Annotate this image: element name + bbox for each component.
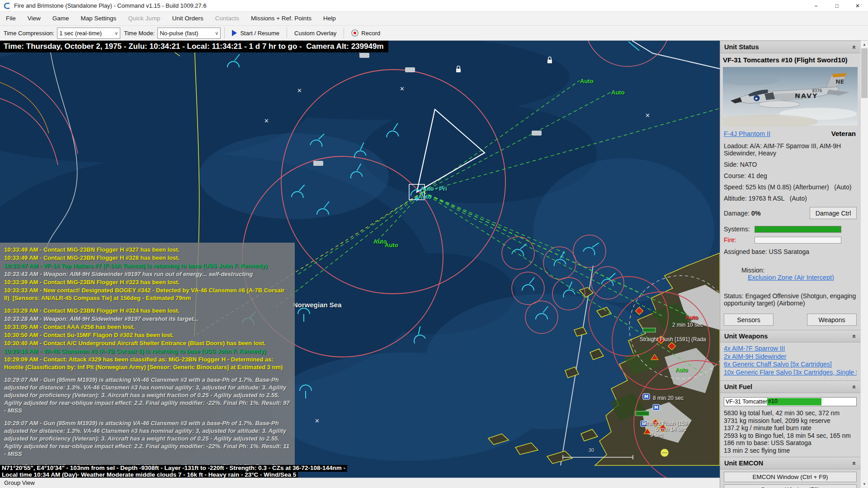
aircraft-type-link[interactable]: F-4J Phantom II: [724, 130, 770, 137]
time-compression-label: Time Compression:: [4, 30, 54, 37]
log-message: 10:29:09 AM - Contact: Attack #329 has b…: [4, 356, 291, 371]
fuel-detail-line: 3731 kg mission fuel, 2099 kg reserve: [724, 417, 857, 425]
map-area[interactable]: ✕✕✕ ✕✕: [0, 41, 720, 488]
unit-emcon-header-label: Unit EMCON: [724, 460, 763, 467]
unit-weapons-header[interactable]: Unit Weapons «: [720, 330, 860, 343]
collapse-icon[interactable]: «: [850, 385, 858, 389]
svg-text:M: M: [644, 394, 648, 399]
course-text: Course: 41 deg: [720, 172, 860, 179]
menu-bar: FileViewGameMap SettingsQuick JumpUnit O…: [0, 12, 868, 25]
scroll-up-icon[interactable]: ▲: [861, 41, 868, 48]
speed-text: Speed: 525 kts (M 0.85) (Afterburner) (A…: [720, 183, 860, 191]
log-message: 10:29:16 AM - VA-46 Clansmen #3 (A-7B Co…: [4, 347, 291, 355]
log-message: 10:33:49 AM - Contact MiG-23BN Flogger H…: [4, 246, 291, 253]
log-message: 10:29:07 AM - Gun (85mm M1939) is attack…: [4, 376, 291, 414]
svg-text:★: ★: [755, 96, 758, 101]
svg-text:8376: 8376: [812, 89, 822, 93]
app-window: Fire and Brimstone (Standalone Play) - C…: [0, 0, 868, 488]
fuel-details: 5830 kg total fuel, 42 min 30 sec, 372 n…: [720, 408, 860, 457]
unit-weapons-header-label: Unit Weapons: [724, 333, 768, 340]
svg-text:NE: NE: [835, 78, 844, 85]
app-icon: [4, 2, 11, 9]
start-resume-label: Start / Resume: [240, 30, 279, 37]
log-message: 10:33:39 AM - Contact MiG-23BN Flogger H…: [4, 278, 291, 286]
systems-label: Systems:: [724, 225, 755, 233]
log-message: 10:31:05 AM - Contact AAA #258 has been …: [4, 323, 291, 331]
menu-file[interactable]: File: [0, 12, 22, 25]
svg-text:M: M: [642, 422, 646, 426]
weapon-link[interactable]: 10x Generic Flare Salvo [3x Cartridges, …: [724, 369, 857, 377]
mission-label: Mission:: [741, 267, 764, 274]
map-status-bar: N71°20'55", E4°10'34" - 103nm from sel -…: [0, 465, 347, 478]
damage-ctrl-button[interactable]: Damage Ctrl: [810, 207, 857, 219]
collapse-icon[interactable]: «: [850, 461, 858, 465]
toolbar-separator: [287, 28, 287, 38]
weapon-link[interactable]: 2x AIM-9H Sidewinder: [724, 353, 857, 361]
scroll-down-icon[interactable]: ▼: [861, 480, 868, 488]
status-line-weather: Local time 10:34 AM (Day)- Weather Moder…: [0, 472, 298, 479]
time-banner: Time: Thursday, October 2, 1975 - Zulu: …: [0, 41, 388, 52]
emcon-window-button[interactable]: EMCON Window (Ctrl + F9): [724, 472, 857, 482]
damage-value: 0%: [751, 210, 761, 217]
menu-contacts: Contacts: [209, 12, 245, 25]
fuel-gauge-value: #10: [768, 398, 778, 404]
minimize-button[interactable]: –: [806, 0, 826, 12]
svg-text:✕: ✕: [400, 85, 405, 92]
altitude-text: Altitude: 19763 ft ASL (Auto): [720, 195, 860, 202]
custom-overlay-button[interactable]: Custom Overlay: [291, 27, 340, 39]
log-message: 10:33:28 AM - Weapon: AIM-9H Sidewinder …: [4, 315, 291, 323]
close-button[interactable]: ✕: [847, 0, 868, 12]
menu-unit-orders[interactable]: Unit Orders: [166, 12, 209, 25]
log-message: 10:33:47 AM - VF-14 Top Hatters #7 (F-14…: [4, 262, 291, 270]
unit-emcon-header[interactable]: Unit EMCON «: [720, 457, 860, 469]
maximize-button[interactable]: □: [826, 0, 847, 12]
mission-link[interactable]: Exclusion Zone (Air Intercept): [748, 274, 834, 281]
weapon-link[interactable]: 6x Generic Chaff Salvo [5x Cartridges]: [724, 361, 857, 369]
log-message: 10:30:50 AM - Contact Su-15MF Flagon D #…: [4, 331, 291, 339]
svg-text:✕: ✕: [645, 112, 650, 119]
fuel-gauge-fill: #10: [767, 398, 821, 405]
fuel-detail-line: 137.2 kg / minute fuel burn rate: [724, 424, 857, 432]
menu-quick-jump: Quick Jump: [122, 12, 166, 25]
sensors-button[interactable]: Sensors: [724, 314, 774, 326]
start-resume-button[interactable]: Start / Resume: [228, 27, 283, 39]
title-bar: Fire and Brimstone (Standalone Play) - C…: [0, 0, 868, 12]
scroll-thumb[interactable]: [861, 48, 868, 98]
weapons-button[interactable]: Weapons: [807, 314, 857, 326]
svg-text:NAVY: NAVY: [795, 92, 818, 99]
record-icon: [351, 29, 359, 37]
fire-bar: [755, 237, 841, 244]
sensors-window-button[interactable]: Sensors Window (F9): [724, 484, 857, 488]
log-message: 10:33:33 AM - New contact! Designated BO…: [4, 286, 291, 302]
svg-text:✕: ✕: [264, 117, 269, 124]
collapse-icon[interactable]: «: [850, 334, 858, 338]
window-controls: – □ ✕: [806, 0, 868, 12]
unit-fuel-header[interactable]: Unit Fuel «: [720, 380, 860, 393]
time-compression-select[interactable]: 1 sec (real-time) ∨: [57, 28, 120, 39]
group-view-bar: Group View: [0, 478, 720, 488]
loadout-text: Loadout: A/A: AIM-7F Sparrow III, AIM-9H…: [720, 142, 860, 157]
weapons-list: 4x AIM-7F Sparrow III2x AIM-9H Sidewinde…: [720, 343, 860, 380]
side-text: Side: NATO: [720, 161, 860, 168]
window-title: Fire and Brimstone (Standalone Play) - C…: [14, 2, 207, 9]
sidebar-scrollbar[interactable]: ▲ ▼: [860, 41, 868, 488]
unit-status-header[interactable]: Unit Status «: [720, 41, 860, 53]
fuel-detail-line: 186 nm to base: USS Saratoga: [724, 439, 857, 447]
log-message: 10:29:07 AM - Gun (85mm M1939) is attack…: [4, 419, 291, 458]
menu-game[interactable]: Game: [47, 12, 75, 25]
fuel-detail-line: 5830 kg total fuel, 42 min 30 sec, 372 n…: [724, 409, 857, 417]
menu-map-settings[interactable]: Map Settings: [75, 12, 123, 25]
record-button[interactable]: Record: [348, 27, 384, 39]
menu-missions-ref-points[interactable]: Missions + Ref. Points: [245, 12, 317, 25]
group-view-label: Group View: [4, 479, 35, 486]
log-message: 10:33:43 AM - Weapon: AIM-9H Sidewinder …: [4, 270, 291, 278]
unit-status-header-label: Unit Status: [724, 43, 759, 51]
time-mode-select[interactable]: No-pulse (fast) ∨: [157, 28, 221, 39]
collapse-icon[interactable]: «: [850, 45, 858, 49]
damage-label: Damage:: [724, 210, 750, 217]
menu-help[interactable]: Help: [317, 12, 342, 25]
menu-view[interactable]: View: [22, 12, 47, 25]
weapon-link[interactable]: 4x AIM-7F Sparrow III: [724, 345, 857, 353]
fuel-detail-line: 2593 kg to Bingo fuel, 18 min 54 sec, 16…: [724, 432, 857, 440]
log-message: 10:33:29 AM - Contact MiG-23BN Flogger H…: [4, 307, 291, 314]
